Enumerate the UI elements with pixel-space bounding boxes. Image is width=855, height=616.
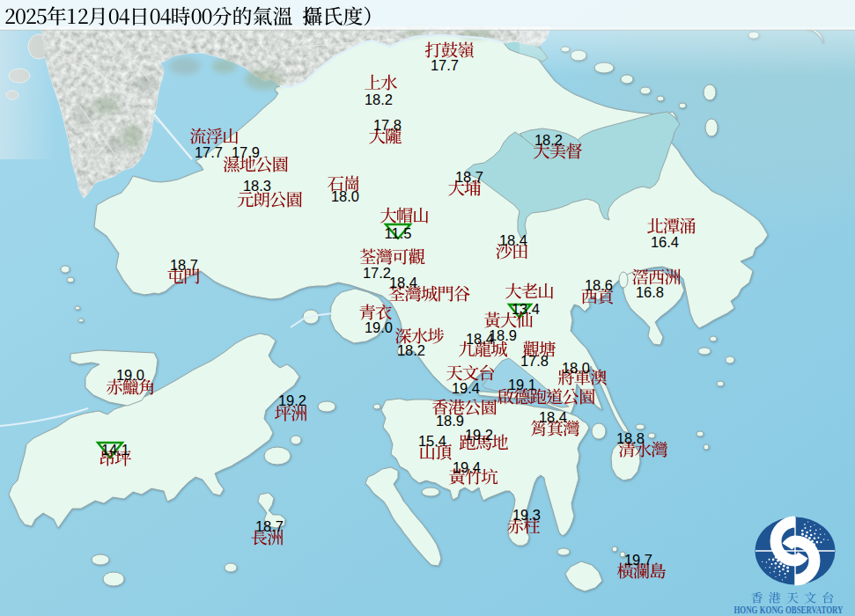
svg-text:18.4: 18.4 xyxy=(539,409,567,425)
svg-text:17.7: 17.7 xyxy=(431,57,459,73)
svg-text:18.0: 18.0 xyxy=(562,360,590,376)
svg-text:18.6: 18.6 xyxy=(585,277,613,293)
svg-text:18.3: 18.3 xyxy=(243,178,271,194)
svg-text:19.4: 19.4 xyxy=(453,459,481,475)
svg-text:18.4: 18.4 xyxy=(389,275,417,290)
svg-text:18.2: 18.2 xyxy=(397,342,425,358)
svg-text:14.1: 14.1 xyxy=(101,442,129,458)
svg-text:11.5: 11.5 xyxy=(385,225,412,241)
svg-text:19.1: 19.1 xyxy=(508,377,536,392)
svg-text:16.4: 16.4 xyxy=(651,234,679,250)
svg-text:19.0: 19.0 xyxy=(365,319,393,335)
svg-text:18.7: 18.7 xyxy=(255,518,284,534)
svg-text:18.2: 18.2 xyxy=(534,132,563,148)
svg-text:19.3: 19.3 xyxy=(512,507,541,523)
svg-text:19.4: 19.4 xyxy=(452,380,480,396)
svg-text:17.8: 17.8 xyxy=(520,353,549,369)
svg-text:17.2: 17.2 xyxy=(363,265,391,281)
svg-text:19.7: 19.7 xyxy=(624,552,652,568)
svg-text:17.7: 17.7 xyxy=(195,144,223,160)
svg-text:18.7: 18.7 xyxy=(170,257,198,273)
svg-text:18.9: 18.9 xyxy=(436,413,464,429)
svg-text:19.2: 19.2 xyxy=(278,392,306,408)
svg-text:18.7: 18.7 xyxy=(455,169,483,185)
svg-text:18.4: 18.4 xyxy=(499,232,527,248)
svg-text:15.4: 15.4 xyxy=(418,433,446,449)
svg-text:17.8: 17.8 xyxy=(373,117,402,133)
svg-text:18.0: 18.0 xyxy=(331,188,359,204)
svg-text:18.4: 18.4 xyxy=(466,331,494,347)
svg-text:18.2: 18.2 xyxy=(365,92,393,107)
svg-text:13.4: 13.4 xyxy=(512,301,540,317)
svg-text:19.0: 19.0 xyxy=(116,367,144,383)
svg-text:HONG KONG OBSERVATORY: HONG KONG OBSERVATORY xyxy=(734,605,844,615)
svg-text:18.8: 18.8 xyxy=(616,430,645,446)
svg-text:16.8: 16.8 xyxy=(636,284,664,300)
svg-text:17.9: 17.9 xyxy=(232,144,260,160)
svg-text:19.2: 19.2 xyxy=(465,427,493,443)
